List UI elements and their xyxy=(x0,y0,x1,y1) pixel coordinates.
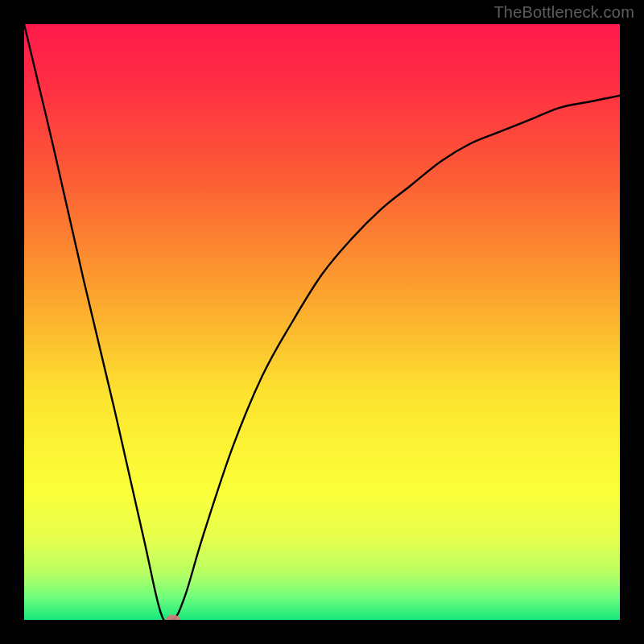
svg-rect-0 xyxy=(24,24,620,620)
background-gradient xyxy=(24,24,620,620)
plot-area xyxy=(24,24,620,620)
chart-frame: TheBottleneck.com xyxy=(0,0,644,644)
watermark-text: TheBottleneck.com xyxy=(493,3,634,22)
